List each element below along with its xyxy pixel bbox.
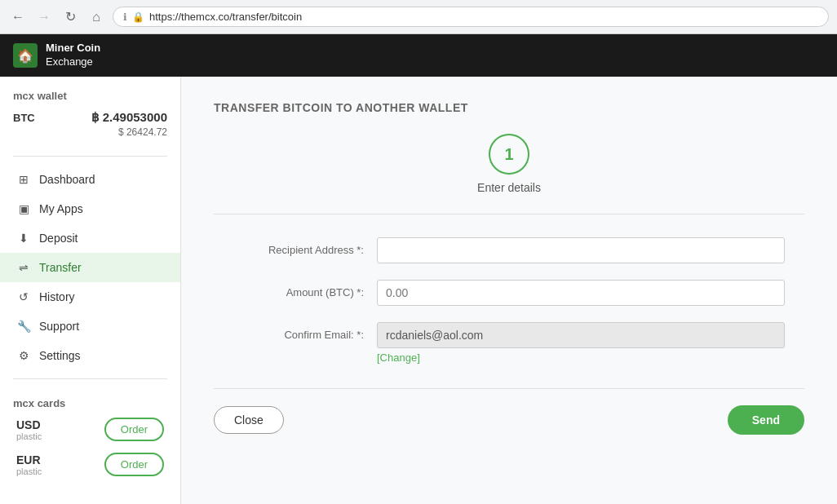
deposit-icon: ⬇	[16, 232, 31, 245]
recipient-label: Recipient Address *:	[214, 237, 377, 256]
recipient-row: Recipient Address *:	[214, 237, 785, 263]
step-circle: 1	[489, 134, 529, 175]
home-button[interactable]: ⌂	[86, 7, 106, 27]
dashboard-label: Dashboard	[39, 173, 95, 186]
sidebar: mcx wallet BTC ฿ 2.49053000 $ 26424.72 ⊞…	[0, 77, 181, 504]
sidebar-item-history[interactable]: ↺ History	[0, 282, 180, 312]
email-label: Confirm Email: *:	[214, 322, 377, 341]
history-icon: ↺	[16, 290, 31, 303]
form-divider	[214, 214, 804, 214]
main-content: mcx wallet BTC ฿ 2.49053000 $ 26424.72 ⊞…	[0, 77, 837, 504]
sidebar-item-dashboard[interactable]: ⊞ Dashboard	[0, 165, 180, 194]
lock-icon: 🔒	[132, 11, 144, 23]
usd-order-button[interactable]: Order	[104, 418, 164, 441]
usd-amount: $ 26424.72	[13, 126, 167, 138]
sidebar-item-deposit[interactable]: ⬇ Deposit	[0, 223, 180, 253]
action-bar: Close Send	[214, 388, 804, 435]
wallet-section: mcx wallet BTC ฿ 2.49053000 $ 26424.72	[0, 90, 180, 148]
url-text: https://themcx.co/transfer/bitcoin	[149, 11, 302, 23]
divider-1	[13, 156, 167, 157]
settings-label: Settings	[39, 349, 81, 362]
amount-input[interactable]	[377, 280, 785, 306]
email-input[interactable]	[377, 322, 785, 348]
transfer-icon: ⇌	[16, 261, 31, 274]
step-label: Enter details	[477, 181, 541, 194]
brand-text: Miner Coin Exchange	[46, 42, 100, 69]
amount-input-wrap	[377, 280, 785, 306]
support-icon: 🔧	[16, 320, 31, 333]
amount-row: Amount (BTC) *:	[214, 280, 785, 306]
amount-label: Amount (BTC) *:	[214, 280, 377, 298]
close-button[interactable]: Close	[214, 406, 284, 434]
info-icon: ℹ	[123, 11, 127, 23]
card-currency-usd: USD plastic	[16, 418, 42, 441]
usd-currency-label: USD	[16, 418, 42, 431]
sidebar-item-transfer[interactable]: ⇌ Transfer	[0, 253, 180, 282]
eur-currency-label: EUR	[16, 453, 42, 466]
refresh-button[interactable]: ↻	[60, 7, 80, 27]
brand-icon: 🏠	[13, 43, 38, 68]
brand: 🏠 Miner Coin Exchange	[13, 42, 100, 69]
brand-name-line2: Exchange	[46, 55, 100, 69]
settings-icon: ⚙	[16, 349, 31, 362]
wallet-balance: BTC ฿ 2.49053000	[13, 110, 167, 125]
card-currency-eur: EUR plastic	[16, 453, 42, 476]
recipient-address-input[interactable]	[377, 237, 785, 263]
sidebar-item-myapps[interactable]: ▣ My Apps	[0, 194, 180, 223]
top-nav: 🏠 Miner Coin Exchange	[0, 34, 837, 77]
history-label: History	[39, 290, 75, 303]
back-button[interactable]: ←	[8, 7, 28, 27]
form-section: Recipient Address *: Amount (BTC) *: Con…	[214, 237, 785, 364]
btc-label: BTC	[13, 112, 35, 124]
brand-icon-symbol: 🏠	[17, 48, 33, 64]
transfer-label: Transfer	[39, 261, 82, 274]
btc-amount: ฿ 2.49053000	[91, 110, 167, 125]
wallet-label: mcx wallet	[13, 90, 167, 102]
send-button[interactable]: Send	[728, 405, 804, 435]
page-content: TRANSFER BITCOIN TO ANOTHER WALLET 1 Ent…	[181, 77, 837, 504]
browser-chrome: ← → ↻ ⌂ ℹ 🔒 https://themcx.co/transfer/b…	[0, 0, 837, 34]
divider-2	[13, 378, 167, 379]
email-row: Confirm Email: *: [Change]	[214, 322, 785, 364]
change-link[interactable]: [Change]	[377, 351, 785, 364]
sidebar-item-settings[interactable]: ⚙ Settings	[0, 341, 180, 370]
usd-type-label: plastic	[16, 431, 42, 441]
recipient-input-wrap	[377, 237, 785, 263]
deposit-label: Deposit	[39, 232, 78, 245]
support-label: Support	[39, 320, 79, 333]
card-item-usd: USD plastic Order	[13, 418, 167, 441]
eur-order-button[interactable]: Order	[104, 453, 164, 476]
page-title: TRANSFER BITCOIN TO ANOTHER WALLET	[214, 101, 804, 114]
myapps-label: My Apps	[39, 202, 83, 215]
brand-name-line1: Miner Coin	[46, 42, 100, 55]
cards-label: mcx cards	[13, 397, 167, 409]
address-bar[interactable]: ℹ 🔒 https://themcx.co/transfer/bitcoin	[113, 7, 829, 27]
cards-section: mcx cards USD plastic Order EUR plastic …	[0, 387, 180, 493]
sidebar-item-support[interactable]: 🔧 Support	[0, 312, 180, 341]
dashboard-icon: ⊞	[16, 173, 31, 186]
email-input-wrap: [Change]	[377, 322, 785, 364]
step-indicator: 1 Enter details	[214, 134, 804, 194]
card-item-eur: EUR plastic Order	[13, 453, 167, 476]
myapps-icon: ▣	[16, 202, 31, 215]
forward-button[interactable]: →	[34, 7, 54, 27]
eur-type-label: plastic	[16, 466, 42, 476]
app-layout: 🏠 Miner Coin Exchange mcx wallet BTC ฿ 2…	[0, 34, 837, 504]
